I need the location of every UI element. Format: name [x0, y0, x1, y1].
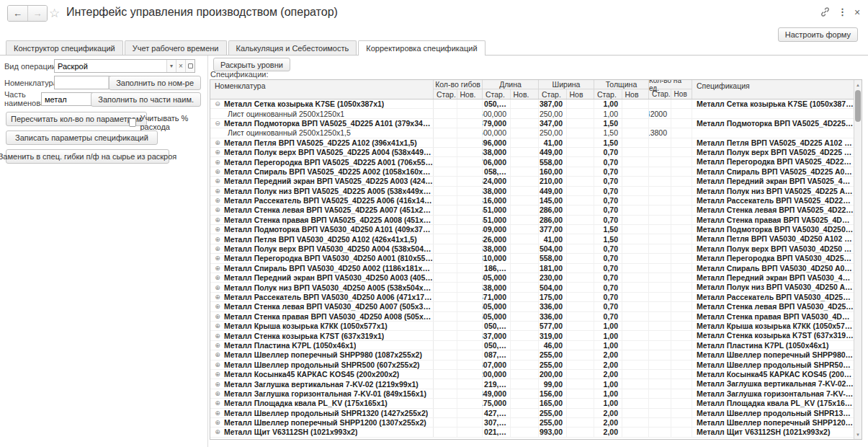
scroll-down-icon[interactable]: ▼	[854, 430, 862, 438]
expand-icon[interactable]: ⊕	[213, 390, 222, 397]
expand-icon[interactable]: ⊕	[213, 206, 222, 213]
subcolumn-new[interactable]: Нов	[567, 89, 594, 99]
table-row[interactable]: ⊕Металл Заглушка горизонтальная 7-KV-01 …	[210, 389, 854, 399]
replace-bends-button[interactable]: Заменить в спец. гибки п/ф на сырье из р…	[6, 149, 169, 164]
expand-icon[interactable]: ⊕	[213, 361, 222, 368]
expand-icon[interactable]: ⊕	[213, 303, 222, 310]
tab-costing[interactable]: Калькуляция и Себестоимость	[228, 40, 357, 55]
expand-icon[interactable]: ⊕	[213, 216, 222, 224]
fill-by-name-part-button[interactable]: Заполнить по части наим.	[91, 92, 201, 107]
subcolumn-old[interactable]: Стар.	[539, 89, 567, 99]
table-row[interactable]: Лист оцинкованный 2500x1250x1 2 500,000 …	[210, 109, 854, 118]
table-row[interactable]: ⊕Металл Передний экран ВРП VA5030_4D250 …	[210, 273, 854, 283]
table-row[interactable]: ⊕Металл Петля ВРП VA5025_4D225 A102 (396…	[210, 138, 854, 148]
table-row[interactable]: ⊕Металл Полук верх ВРП VA5030_4D250 A004…	[210, 244, 854, 254]
table-row[interactable]: ⊖Металл Подмоторка ВРП VA5025_4D225 A101…	[210, 119, 854, 128]
expand-icon[interactable]: ⊕	[213, 226, 222, 233]
back-button[interactable]: ←	[8, 6, 27, 21]
expand-icon[interactable]: ⊕	[213, 245, 222, 252]
scroll-up-icon[interactable]: ▲	[854, 81, 862, 89]
subcolumn-old[interactable]: Стар.	[483, 89, 511, 99]
column-group-label[interactable]: Кол-во на ед.	[649, 80, 692, 89]
expand-icon[interactable]: ⊕	[213, 236, 222, 243]
fill-by-nomenclature-button[interactable]: Заполнить по ном-ре	[109, 76, 201, 90]
expand-icon[interactable]: ⊕	[213, 274, 222, 281]
dropdown-icon[interactable]: ▾	[166, 60, 176, 72]
expand-icon[interactable]: ⊕	[213, 168, 222, 175]
link-icon[interactable]	[820, 6, 831, 19]
expand-icon[interactable]: ⊕	[213, 284, 222, 291]
expand-icon[interactable]: ⊕	[213, 265, 222, 272]
configure-form-button[interactable]: Настроить форму	[778, 27, 858, 42]
expand-icon[interactable]: ⊕	[213, 159, 222, 166]
consider-percent-checkbox[interactable]: Учитывать % расхода	[129, 114, 207, 131]
expand-icon[interactable]: ⊕	[213, 293, 222, 301]
expand-icon[interactable]: ⊕	[213, 381, 222, 388]
table-row[interactable]: ⊕Металл Швеллер продольный SHPR500 (607x…	[210, 360, 854, 370]
table-row[interactable]: ⊖Металл Сетка козырька K7SE (1050x387x1)…	[210, 99, 854, 109]
subcolumn-new[interactable]: Нов	[671, 89, 692, 99]
tab-spec-correction[interactable]: Корректировка спецификаций	[358, 40, 485, 56]
subcolumn-new[interactable]: Нов	[622, 89, 649, 99]
expand-icon[interactable]: ⊕	[213, 428, 222, 435]
subcolumn-new[interactable]: Нов.	[457, 89, 482, 99]
column-group-label[interactable]: Длина	[483, 80, 538, 89]
expand-icon[interactable]: ⊕	[213, 332, 222, 340]
table-row[interactable]: Лист оцинкованный 2500x1250x1,5 2 500,00…	[210, 128, 854, 138]
expand-icon[interactable]: ⊕	[213, 177, 222, 185]
expand-icon[interactable]: ⊕	[213, 187, 222, 195]
table-row[interactable]: ⊕Металл Швеллер поперечный SHPP1200 (130…	[210, 418, 854, 428]
forward-button[interactable]: →	[27, 6, 47, 21]
table-row[interactable]: ⊕Металл Спираль ВРП VA5025_4D225 A002 (1…	[210, 167, 854, 177]
subcolumn-old[interactable]: Стар.	[594, 89, 622, 99]
expand-icon[interactable]: ⊕	[213, 419, 222, 426]
table-row[interactable]: ⊕Металл Рассекатель ВРП VA5025_4D225 A00…	[210, 196, 854, 205]
column-group-label[interactable]: Ширина	[539, 80, 594, 89]
table-row[interactable]: ⊕Металл Стенка правая ВРП VA5025_4D225 A…	[210, 216, 854, 225]
table-row[interactable]: ⊕Металл Площадка квала PL_KV (175x165x1)…	[210, 399, 854, 408]
column-header-nomenclature[interactable]: Номенклатура	[210, 80, 434, 99]
table-row[interactable]: ⊕Металл Щит V63112SH (1021x993x2) 1 021,…	[210, 428, 854, 437]
subcolumn-old[interactable]: Стар.	[649, 89, 671, 99]
expand-icon[interactable]: ⊕	[213, 371, 222, 378]
table-row[interactable]: ⊕Металл Перегородка ВРП VA5025_4D225 A00…	[210, 157, 854, 167]
expand-icon[interactable]: ⊕	[213, 342, 222, 349]
table-row[interactable]: ⊕Металл Полук верх ВРП VA5025_4D225 A004…	[210, 148, 854, 157]
table-row[interactable]: ⊕Металл Спираль ВРП VA5030_4D250 A002 (1…	[210, 264, 854, 273]
column-group-label[interactable]: Толщина	[594, 80, 648, 89]
expand-icon[interactable]: ⊕	[213, 197, 222, 204]
table-row[interactable]: ⊕Металл Перегородка ВРП VA5030_4D250 A00…	[210, 254, 854, 263]
vertical-scrollbar[interactable]: ▲ ▼	[854, 80, 862, 439]
column-header-specification[interactable]: Спецификация	[692, 80, 854, 99]
checkbox-box-icon[interactable]	[129, 118, 136, 127]
expand-icon[interactable]: ⊕	[213, 149, 222, 156]
more-menu-icon[interactable]: ⋮	[838, 6, 847, 17]
table-row[interactable]: ⊕Металл Стенка правая ВРП VA5030_4D250 A…	[210, 312, 854, 322]
expand-icon[interactable]: ⊖	[213, 100, 222, 107]
table-row[interactable]: ⊕Металл Крыша козырька К7КК (1050x577x1)…	[210, 322, 854, 331]
table-row[interactable]: ⊕Металл Петля ВРП VA5030_4D250 A102 (426…	[210, 234, 854, 244]
table-row[interactable]: ⊕Металл Швеллер поперечный SHPP980 (1087…	[210, 350, 854, 360]
table-row[interactable]: ⊕Металл Стенка левая ВРП VA5030_4D250 A0…	[210, 302, 854, 311]
table-row[interactable]: ⊕Металл Пластина K7PL (1050x46x1) 1 050,…	[210, 341, 854, 350]
table-row[interactable]: ⊕Металл Рассекатель ВРП VA5030_4D250 A00…	[210, 293, 854, 302]
subcolumn-old[interactable]: Стар.	[434, 89, 457, 99]
table-row[interactable]: ⊕Металл Швеллер продольный SHPR1320 (142…	[210, 409, 854, 418]
expand-icon[interactable]: ⊕	[213, 139, 222, 146]
expand-icon[interactable]: ⊕	[213, 322, 222, 329]
favorite-star-icon[interactable]: ☆	[49, 6, 60, 21]
clear-icon[interactable]: ×	[176, 60, 185, 72]
scrollbar-thumb[interactable]	[855, 90, 861, 122]
table-row[interactable]: ⊕Металл Стенка козырька K7ST (637x319x1)…	[210, 331, 854, 340]
table-row[interactable]: ⊕Металл Передний экран ВРП VA5025_4D225 …	[210, 177, 854, 186]
expand-icon[interactable]: ⊕	[213, 313, 222, 320]
subcolumn-new[interactable]: Нов.	[511, 89, 539, 99]
close-icon[interactable]: ×	[854, 6, 860, 18]
expand-icon[interactable]: ⊕	[213, 399, 222, 407]
tab-work-time[interactable]: Учет рабочего времени	[125, 40, 227, 55]
expand-icon[interactable]: ⊕	[213, 351, 222, 358]
expand-icon[interactable]: ⊕	[213, 410, 222, 417]
table-row[interactable]: ⊕Металл Полук низ ВРП VA5030_4D250 A005 …	[210, 283, 854, 292]
open-icon[interactable]	[185, 60, 194, 72]
table-row[interactable]: ⊕Металл Подмоторка ВРП VA5030_4D250 A101…	[210, 225, 854, 234]
